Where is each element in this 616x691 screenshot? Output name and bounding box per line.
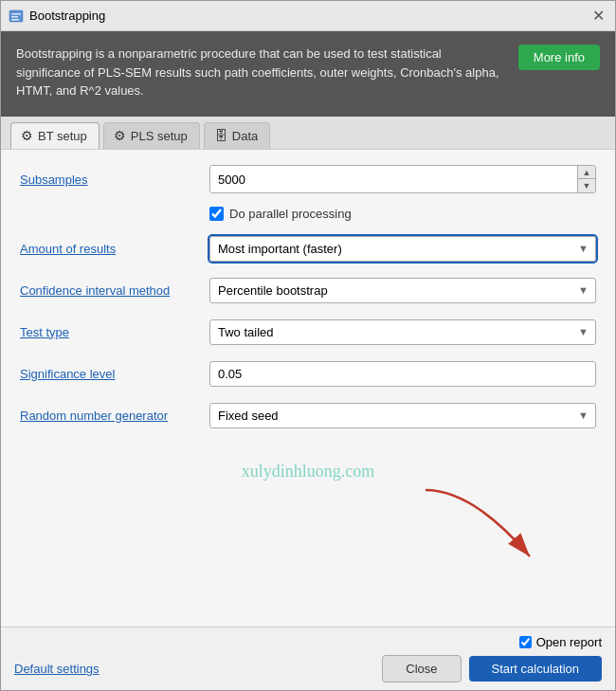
tabs-bar: ⚙ BT setup ⚙ PLS setup 🗄 Data — [1, 117, 615, 150]
svg-rect-2 — [11, 16, 18, 18]
confidence-interval-control: Percentile bootstrap BCa bootstrap Stude… — [209, 278, 596, 303]
data-icon: 🗄 — [214, 128, 227, 143]
footer-action-buttons: Close Start calculation — [382, 655, 602, 682]
amount-of-results-row: Amount of results Most important (faster… — [20, 234, 596, 263]
tab-data[interactable]: 🗄 Data — [204, 122, 270, 149]
amount-of-results-select[interactable]: Most important (faster) All Key — [209, 236, 596, 262]
header-description: Bootstrapping is a nonparametric procedu… — [16, 45, 503, 100]
parallel-processing-row: Do parallel processing — [209, 207, 596, 221]
svg-rect-3 — [11, 19, 19, 21]
pls-setup-icon: ⚙ — [114, 128, 126, 143]
title-bar-left: Bootstrapping — [9, 9, 105, 24]
open-report-area: Open report — [519, 635, 602, 649]
random-number-generator-select-wrapper: Fixed seed Random seed ▼ — [209, 403, 596, 428]
random-number-generator-row: Random number generator Fixed seed Rando… — [20, 401, 596, 429]
test-type-select-wrapper: Two tailed One tailed ▼ — [209, 319, 596, 345]
footer-top-row: Open report — [14, 635, 602, 649]
more-info-button[interactable]: More info — [518, 45, 600, 70]
subsamples-decrement[interactable]: ▼ — [578, 179, 595, 192]
subsamples-input[interactable] — [210, 166, 577, 192]
bt-setup-icon: ⚙ — [21, 128, 33, 143]
subsamples-spinner: ▲ ▼ — [577, 166, 595, 192]
parallel-processing-label[interactable]: Do parallel processing — [229, 207, 352, 221]
footer-full-row: Open report Default settings Close Start… — [14, 635, 602, 682]
subsamples-control: ▲ ▼ — [209, 165, 596, 193]
random-number-generator-select[interactable]: Fixed seed Random seed — [209, 403, 596, 428]
test-type-select[interactable]: Two tailed One tailed — [209, 319, 596, 345]
confidence-interval-select[interactable]: Percentile bootstrap BCa bootstrap Stude… — [209, 278, 596, 303]
close-window-button[interactable]: ✕ — [589, 7, 607, 26]
test-type-label[interactable]: Test type — [20, 325, 209, 339]
subsamples-input-wrapper: ▲ ▼ — [209, 165, 596, 193]
subsamples-row: Subsamples ▲ ▼ — [20, 165, 596, 193]
window-icon — [9, 9, 24, 24]
amount-of-results-select-wrapper: Most important (faster) All Key ▼ — [209, 236, 596, 262]
significance-level-control — [209, 361, 596, 387]
significance-level-input[interactable] — [209, 361, 596, 387]
footer: Open report Default settings Close Start… — [1, 627, 615, 690]
bootstrapping-window: Bootstrapping ✕ Bootstrapping is a nonpa… — [0, 0, 616, 691]
window-title: Bootstrapping — [29, 9, 105, 23]
open-report-label[interactable]: Open report — [536, 635, 602, 649]
start-calculation-button[interactable]: Start calculation — [469, 656, 603, 682]
significance-level-label[interactable]: Significance level — [20, 367, 209, 381]
close-button[interactable]: Close — [382, 655, 461, 682]
arrow-decoration — [416, 481, 587, 566]
open-report-checkbox[interactable] — [519, 636, 532, 648]
default-settings-button[interactable]: Default settings — [14, 662, 100, 676]
main-content: Subsamples ▲ ▼ Do parallel processing Am… — [1, 150, 615, 627]
confidence-interval-label[interactable]: Confidence interval method — [20, 283, 209, 298]
watermark-area: xulydinhluong.com — [20, 443, 596, 556]
title-bar: Bootstrapping ✕ — [1, 1, 615, 31]
subsamples-label[interactable]: Subsamples — [20, 173, 209, 187]
confidence-interval-select-wrapper: Percentile bootstrap BCa bootstrap Stude… — [209, 278, 596, 303]
footer-bottom-row: Default settings Close Start calculation — [14, 655, 602, 682]
amount-of-results-control: Most important (faster) All Key ▼ — [209, 236, 596, 262]
confidence-interval-row: Confidence interval method Percentile bo… — [20, 276, 596, 304]
subsamples-increment[interactable]: ▲ — [578, 166, 595, 179]
amount-of-results-label[interactable]: Amount of results — [20, 242, 209, 256]
test-type-row: Test type Two tailed One tailed ▼ — [20, 318, 596, 346]
tab-pls-setup[interactable]: ⚙ PLS setup — [103, 122, 200, 149]
parallel-processing-checkbox[interactable] — [209, 207, 224, 221]
test-type-control: Two tailed One tailed ▼ — [209, 319, 596, 345]
random-number-generator-control: Fixed seed Random seed ▼ — [209, 403, 596, 428]
header-section: Bootstrapping is a nonparametric procedu… — [1, 31, 615, 117]
tab-data-label: Data — [232, 129, 258, 143]
random-number-generator-label[interactable]: Random number generator — [20, 409, 209, 423]
tab-bt-setup[interactable]: ⚙ BT setup — [10, 122, 100, 149]
tab-bt-setup-label: BT setup — [38, 129, 87, 143]
significance-level-row: Significance level — [20, 359, 596, 388]
svg-rect-1 — [11, 13, 21, 15]
tab-pls-setup-label: PLS setup — [131, 129, 188, 143]
